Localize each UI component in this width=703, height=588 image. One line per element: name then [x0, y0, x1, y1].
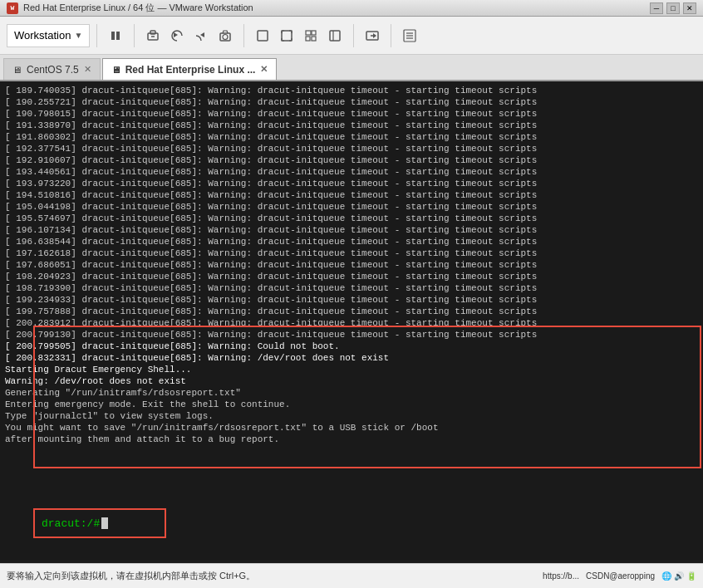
- terminal-line: [ 199.234933] dracut-initqueue[685]: War…: [5, 294, 698, 306]
- status-right: https://b... CSDN@aeropping 🌐 🔊 🔋: [543, 571, 696, 581]
- playback-controls: [104, 24, 127, 47]
- terminal-line: [ 200.832331] dracut-initqueue[685]: War…: [5, 352, 698, 364]
- status-message: 要将输入定向到该虚拟机，请在虚拟机内部单击或按 Ctrl+G。: [7, 570, 543, 582]
- toolbar-separator-4: [353, 24, 354, 47]
- unity-icon: [305, 30, 317, 42]
- view-dropdown-icon: [403, 29, 416, 42]
- tab-centos-close[interactable]: ✕: [84, 64, 91, 75]
- pause-icon: [110, 30, 121, 42]
- snapshot-back-button[interactable]: [165, 24, 189, 47]
- speaker-icon: 🔊: [674, 571, 684, 581]
- svg-rect-10: [282, 31, 292, 41]
- terminal-line: [ 195.044198] dracut-initqueue[685]: War…: [5, 201, 698, 213]
- svg-rect-14: [312, 37, 316, 41]
- svg-point-8: [223, 34, 228, 39]
- terminal-line: [ 196.638544] dracut-initqueue[685]: War…: [5, 236, 698, 247]
- snapshot-take-button[interactable]: [214, 24, 237, 47]
- tab-rhel-close[interactable]: ✕: [260, 64, 268, 75]
- pause-button[interactable]: [104, 24, 127, 47]
- sidebar-icon: [328, 29, 342, 42]
- terminal-line: [ 194.510816] dracut-initqueue[685]: War…: [5, 189, 698, 201]
- toolbar-separator-3: [243, 24, 244, 47]
- toolbar-separator-1: [96, 24, 97, 47]
- normal-view-icon: [257, 30, 268, 42]
- title-bar-controls: ─ □ ✕: [650, 2, 696, 14]
- snapshot-forward-icon: [194, 29, 208, 42]
- terminal-line: [ 200.799130] dracut-initqueue[685]: War…: [5, 329, 698, 341]
- terminal-line: Type "journalctl" to view system logs.: [5, 410, 698, 422]
- terminal-line: [ 200.799505] dracut-initqueue[685]: War…: [5, 341, 698, 352]
- view-controls: [251, 24, 347, 47]
- view-dropdown-button[interactable]: [398, 24, 421, 47]
- dropdown-arrow-icon: ▼: [74, 31, 82, 40]
- terminal-line: [ 192.377541] dracut-initqueue[685]: War…: [5, 143, 698, 154]
- power-button[interactable]: [361, 24, 384, 47]
- svg-marker-5: [174, 32, 178, 37]
- snapshot-forward-button[interactable]: [189, 24, 213, 47]
- terminal-line: [ 197.686051] dracut-initqueue[685]: War…: [5, 259, 698, 271]
- tab-centos[interactable]: 🖥 CentOS 7.5 ✕: [3, 58, 101, 80]
- battery-icon: 🔋: [686, 571, 696, 581]
- terminal-line: [ 189.740035] dracut-initqueue[685]: War…: [5, 85, 698, 96]
- prompt-box: dracut:/#: [33, 508, 166, 538]
- tray-icons: 🌐 🔊 🔋: [661, 571, 696, 581]
- svg-rect-3: [150, 31, 155, 34]
- maximize-button[interactable]: □: [666, 2, 680, 14]
- normal-view-button[interactable]: [251, 24, 274, 47]
- workstation-menu-button[interactable]: Workstation ▼: [7, 24, 90, 47]
- terminal-line: [ 193.973220] dracut-initqueue[685]: War…: [5, 178, 698, 189]
- svg-rect-15: [330, 31, 340, 41]
- minimize-button[interactable]: ─: [650, 2, 663, 14]
- svg-rect-0: [111, 32, 115, 40]
- sidebar-button[interactable]: [323, 24, 347, 47]
- svg-rect-12: [312, 31, 316, 35]
- svg-marker-19: [373, 33, 376, 38]
- tab-rhel-icon: 🖥: [111, 65, 120, 75]
- terminal-line: [ 199.757888] dracut-initqueue[685]: War…: [5, 306, 698, 317]
- svg-rect-11: [306, 31, 311, 35]
- tab-bar: 🖥 CentOS 7.5 ✕ 🖥 Red Hat Enterprise Linu…: [0, 55, 703, 81]
- toolbar: Workstation ▼: [0, 17, 703, 55]
- tab-vm-icon: 🖥: [12, 65, 22, 75]
- fullscreen-icon: [281, 30, 293, 42]
- status-url: https://b...: [543, 571, 579, 581]
- terminal-line: [ 190.255721] dracut-initqueue[685]: War…: [5, 96, 698, 108]
- unity-button[interactable]: [299, 24, 322, 47]
- ctrl-alt-del-icon: [146, 29, 160, 42]
- fullscreen-button[interactable]: [275, 24, 298, 47]
- toolbar-separator-2: [134, 24, 135, 47]
- terminal-line: Warning: /dev/root does not exist: [5, 375, 698, 387]
- workstation-label: Workstation: [14, 29, 71, 42]
- terminal-line: [ 198.204923] dracut-initqueue[685]: War…: [5, 271, 698, 282]
- vm-controls: [141, 24, 237, 47]
- terminal-line: [ 195.574697] dracut-initqueue[685]: War…: [5, 213, 698, 224]
- terminal-line: [ 198.719390] dracut-initqueue[685]: War…: [5, 282, 698, 294]
- terminal-line: [ 191.860302] dracut-initqueue[685]: War…: [5, 131, 698, 143]
- terminal-line: You might want to save "/run/initramfs/r…: [5, 422, 698, 434]
- terminal-line: [ 197.162618] dracut-initqueue[685]: War…: [5, 247, 698, 259]
- terminal-area[interactable]: [ 189.740035] dracut-initqueue[685]: War…: [0, 81, 703, 563]
- tab-rhel[interactable]: 🖥 Red Hat Enterprise Linux ... ✕: [102, 58, 278, 80]
- cursor: [101, 517, 108, 529]
- close-button[interactable]: ✕: [683, 2, 696, 14]
- network-icon: 🌐: [661, 571, 671, 581]
- terminal-line: [ 196.107134] dracut-initqueue[685]: War…: [5, 224, 698, 236]
- svg-rect-13: [306, 37, 310, 41]
- send-ctrl-alt-del-button[interactable]: [141, 24, 165, 47]
- terminal-line: Entering emergency mode. Exit the shell …: [5, 399, 698, 410]
- tab-rhel-label: Red Hat Enterprise Linux ...: [125, 64, 256, 76]
- svg-rect-9: [258, 31, 268, 41]
- terminal-line: [ 193.440561] dracut-initqueue[685]: War…: [5, 166, 698, 178]
- svg-marker-6: [200, 32, 204, 37]
- power-icon: [366, 29, 379, 42]
- status-bar: 要将输入定向到该虚拟机，请在虚拟机内部单击或按 Ctrl+G。 https://…: [0, 563, 703, 588]
- snapshot-icon: [219, 29, 232, 42]
- prompt-text: dracut:/#: [42, 517, 100, 530]
- terminal-line: Starting Dracut Emergency Shell...: [5, 364, 698, 375]
- app-icon: W: [7, 2, 18, 14]
- terminal-line: [ 200.283912] dracut-initqueue[685]: War…: [5, 317, 698, 329]
- title-bar: W Red Hat Enterprise Linux / 64 位 — VMwa…: [0, 0, 703, 17]
- toolbar-separator-5: [391, 24, 391, 47]
- svg-rect-1: [116, 32, 120, 40]
- terminal-line: [ 192.910607] dracut-initqueue[685]: War…: [5, 154, 698, 166]
